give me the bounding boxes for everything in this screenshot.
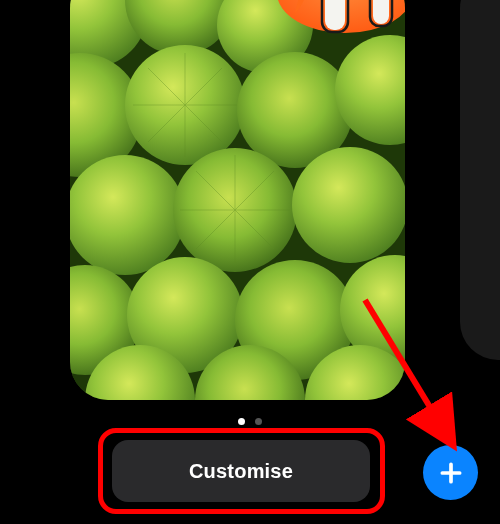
clownfish-anemone-image xyxy=(70,0,405,400)
customise-button[interactable]: Customise xyxy=(112,440,370,502)
plus-icon xyxy=(438,460,464,486)
svg-rect-36 xyxy=(373,0,389,24)
svg-point-10 xyxy=(292,147,405,263)
customise-button-label: Customise xyxy=(189,460,293,483)
page-indicator xyxy=(0,418,500,425)
page-dot-active xyxy=(238,418,245,425)
page-dot-inactive xyxy=(255,418,262,425)
add-button[interactable] xyxy=(423,445,478,500)
svg-rect-35 xyxy=(325,0,345,30)
wallpaper-preview-secondary[interactable] xyxy=(460,0,500,360)
svg-point-8 xyxy=(70,155,185,275)
wallpaper-preview[interactable] xyxy=(70,0,405,400)
